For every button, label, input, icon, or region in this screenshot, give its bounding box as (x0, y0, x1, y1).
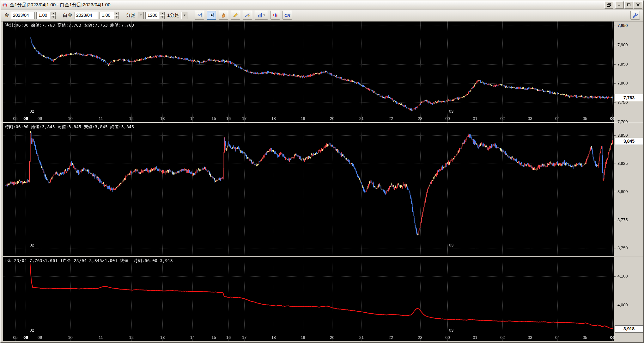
chart-rotate-tool-button[interactable]: CR (283, 11, 292, 20)
y-axis-label: 3,750 (617, 246, 628, 250)
platinum-month-input[interactable]: 2023/04 (74, 12, 98, 19)
hand-pan-tool-button[interactable] (219, 11, 228, 20)
y-axis-label: 3,800 (617, 189, 628, 194)
x-axis-label: 09 (38, 116, 42, 121)
gold-chart-canvas[interactable] (3, 22, 614, 122)
settings-wrench-button[interactable] (630, 11, 640, 20)
platinum-multiplier-down-button[interactable] (114, 15, 119, 19)
gold-plot-area[interactable] (3, 22, 614, 122)
minimize-button[interactable] (615, 1, 624, 9)
gold-multiplier-down-button[interactable] (51, 15, 56, 19)
interval-dropdown-button[interactable] (181, 12, 187, 19)
timeframe-label: 分足 (126, 12, 136, 18)
y-axis-tickmark (614, 220, 616, 220)
x-axis-label: 05 (13, 335, 17, 340)
gold-multiplier-value[interactable]: 1.00 (36, 12, 51, 19)
x-axis-label: 22 (389, 335, 393, 340)
date-marker: 03 (449, 328, 453, 333)
y-axis-tickmark (614, 192, 616, 192)
y-axis-label: 3,775 (617, 217, 628, 222)
x-axis-label: 00 (445, 335, 450, 340)
up-arrow-icon (116, 13, 118, 14)
x-axis-label: 22 (389, 116, 393, 121)
spread-chart-canvas[interactable] (3, 257, 614, 341)
x-axis-label: 06 (610, 335, 615, 340)
bar-count-up-button[interactable] (160, 12, 165, 16)
down-arrow-icon (116, 16, 118, 18)
gold-month-input[interactable]: 2023/04 (11, 12, 35, 19)
y-axis-label: 7,700 (617, 119, 628, 124)
x-axis-label: 04 (555, 335, 560, 340)
up-arrow-icon (161, 13, 163, 14)
platinum-chart-canvas[interactable] (3, 123, 614, 256)
trendline-tool-button[interactable] (243, 11, 252, 20)
up-arrow-icon (52, 13, 54, 14)
cr-icon: CR (284, 13, 290, 18)
pencil-icon (233, 13, 238, 18)
gold-multiplier-up-button[interactable] (51, 12, 56, 16)
y-axis-tickmark (614, 26, 616, 26)
x-axis-label: 14 (190, 116, 195, 121)
x-axis-label: 15 (211, 335, 216, 340)
close-button[interactable] (634, 1, 642, 9)
gold-multiplier-spinner: 1.00 (36, 12, 56, 19)
date-marker: 03 (449, 109, 453, 114)
x-axis-label: 16 (226, 116, 231, 121)
timeframe-dropdown-button[interactable] (138, 12, 144, 19)
y-axis-tickmark (614, 135, 616, 136)
dropdown-arrow-icon (140, 15, 142, 16)
x-axis-label: 11 (99, 116, 103, 121)
chart-type-dropdown-button[interactable] (255, 11, 268, 20)
maximize-button[interactable] (624, 1, 633, 9)
x-axis-label: 06 (23, 116, 28, 121)
x-axis-label: 03 (528, 335, 532, 340)
x-axis-label: 05 (583, 335, 587, 340)
gold-ohlc-info: 時刻:06:00 始値:7,763 高値:7,763 安値:7,763 終値:7… (5, 22, 134, 28)
platinum-multiplier-value[interactable]: 1.00 (100, 12, 114, 19)
platinum-ohlc-info: 時刻:06:00 始値:3,845 高値:3,845 安値:3,845 終値:3… (5, 124, 134, 130)
x-axis-label: 11 (99, 335, 103, 340)
window-title: 金1分足[2023/04]1.00 - 白金1分足[2023/04]1.00 (10, 2, 605, 8)
pencil-draw-tool-button[interactable] (231, 11, 240, 20)
date-marker: 02 (30, 328, 34, 333)
bar-chart-tool-button[interactable] (270, 11, 280, 20)
y-axis-label: 7,900 (617, 42, 628, 47)
x-axis-label: 19 (301, 116, 305, 121)
app-icon (2, 2, 8, 8)
y-axis-tickmark (614, 248, 616, 248)
gold-chart-panel: 時刻:06:00 始値:7,763 高値:7,763 安値:7,763 終値:7… (1, 22, 643, 122)
select-tool-button[interactable] (207, 11, 216, 20)
y-axis-label: 3,850 (617, 133, 628, 138)
cursor-select-icon (209, 13, 214, 18)
x-axis-label: 01 (473, 116, 477, 121)
spread-info: [金 23/04 7,763×1.00]-[白金 23/04 3,845×1.0… (5, 258, 173, 264)
float-window-button[interactable] (605, 1, 613, 9)
y-axis-tickmark (614, 83, 616, 84)
y-axis-label: 4,000 (617, 302, 628, 307)
date-marker: 03 (449, 243, 453, 247)
spread-plot-area[interactable] (3, 257, 614, 341)
x-axis-label: 17 (242, 335, 246, 340)
platinum-plot-area[interactable] (3, 123, 614, 256)
app-window: 金1分足[2023/04]1.00 - 白金1分足[2023/04]1.00 (0, 0, 644, 343)
toolbar: 金 2023/04 1.00 白金 2023/04 1.00 分足 1200 (1, 9, 643, 22)
bar-count-down-button[interactable] (160, 15, 165, 19)
down-arrow-icon (161, 16, 163, 18)
y-axis-tickmark (614, 276, 616, 277)
title-bar[interactable]: 金1分足[2023/04]1.00 - 白金1分足[2023/04]1.00 (1, 1, 643, 9)
x-axis-label: 18 (271, 116, 276, 121)
x-axis-label: 05 (583, 116, 587, 121)
y-axis-tickmark (614, 305, 616, 305)
y-axis-label: 4,100 (617, 274, 628, 278)
charts-area: 時刻:06:00 始値:7,763 高値:7,763 安値:7,763 終値:7… (1, 22, 643, 341)
range-select-tool-button[interactable] (195, 11, 204, 20)
bar-count-spinner: 1200 (145, 12, 165, 19)
y-axis-tickmark (614, 45, 616, 45)
spread-chart-panel: [金 23/04 7,763×1.00]-[白金 23/04 3,845×1.0… (1, 257, 643, 341)
x-axis-label: 13 (160, 335, 165, 340)
bar-count-value[interactable]: 1200 (145, 12, 160, 19)
platinum-multiplier-spinner: 1.00 (100, 12, 119, 19)
x-axis-label: 10 (68, 335, 72, 340)
platinum-multiplier-up-button[interactable] (114, 12, 119, 16)
date-marker: 02 (30, 109, 34, 114)
